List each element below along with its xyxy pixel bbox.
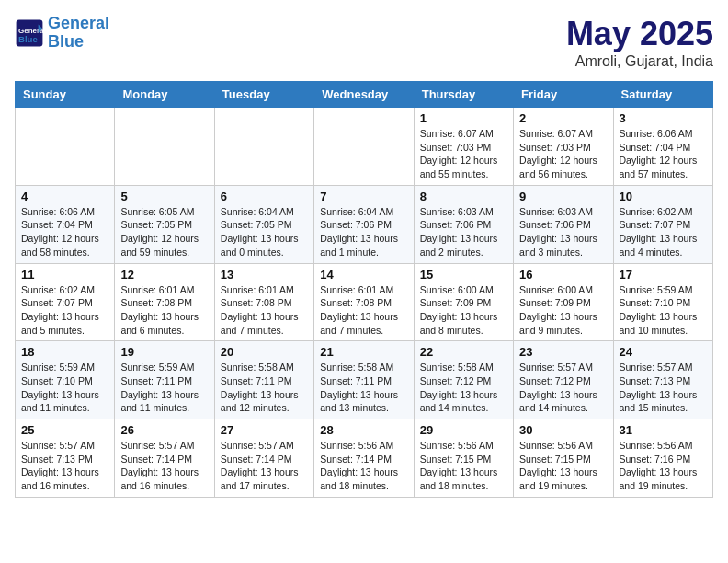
day-info: Sunrise: 5:58 AM Sunset: 7:12 PM Dayligh… (420, 361, 507, 415)
column-header-saturday: Saturday (613, 82, 712, 108)
day-number: 8 (420, 190, 507, 203)
calendar-cell: 14Sunrise: 6:01 AM Sunset: 7:08 PM Dayli… (314, 263, 414, 341)
calendar-cell (314, 108, 414, 186)
day-number: 13 (221, 268, 308, 282)
day-info: Sunrise: 6:01 AM Sunset: 7:08 PM Dayligh… (221, 283, 308, 338)
calendar-cell: 26Sunrise: 5:57 AM Sunset: 7:14 PM Dayli… (115, 419, 214, 498)
day-info: Sunrise: 5:56 AM Sunset: 7:16 PM Dayligh… (620, 439, 707, 493)
logo-icon: General Blue (15, 18, 44, 48)
calendar-cell: 5Sunrise: 6:05 AM Sunset: 7:05 PM Daylig… (115, 185, 214, 263)
day-number: 22 (420, 345, 507, 359)
calendar-cell: 12Sunrise: 6:01 AM Sunset: 7:08 PM Dayli… (115, 263, 214, 341)
calendar-cell: 21Sunrise: 5:58 AM Sunset: 7:11 PM Dayli… (314, 341, 414, 419)
week-row-4: 18Sunrise: 5:59 AM Sunset: 7:10 PM Dayli… (16, 341, 713, 419)
day-info: Sunrise: 5:56 AM Sunset: 7:14 PM Dayligh… (320, 439, 407, 493)
calendar-cell: 11Sunrise: 6:02 AM Sunset: 7:07 PM Dayli… (16, 263, 115, 341)
logo-text: General Blue (48, 15, 109, 52)
calendar-cell: 16Sunrise: 6:00 AM Sunset: 7:09 PM Dayli… (514, 263, 613, 341)
column-header-monday: Monday (115, 82, 214, 108)
column-header-tuesday: Tuesday (214, 82, 313, 108)
day-info: Sunrise: 6:04 AM Sunset: 7:06 PM Dayligh… (320, 205, 407, 259)
calendar-cell: 13Sunrise: 6:01 AM Sunset: 7:08 PM Dayli… (214, 263, 313, 341)
logo-line1: General (48, 14, 109, 32)
svg-text:Blue: Blue (18, 33, 38, 43)
day-number: 14 (320, 268, 407, 282)
day-number: 3 (620, 111, 707, 125)
location-title: Amroli, Gujarat, India (566, 53, 713, 70)
column-header-sunday: Sunday (16, 82, 115, 108)
calendar-cell: 17Sunrise: 5:59 AM Sunset: 7:10 PM Dayli… (613, 263, 712, 341)
day-number: 18 (21, 345, 108, 359)
logo-line2: Blue (48, 32, 84, 51)
day-info: Sunrise: 5:56 AM Sunset: 7:15 PM Dayligh… (519, 439, 607, 493)
calendar-cell: 6Sunrise: 6:04 AM Sunset: 7:05 PM Daylig… (214, 185, 313, 263)
day-number: 2 (519, 111, 607, 125)
column-header-wednesday: Wednesday (314, 82, 414, 108)
day-number: 30 (519, 423, 607, 437)
calendar-cell: 22Sunrise: 5:58 AM Sunset: 7:12 PM Dayli… (414, 341, 513, 419)
day-info: Sunrise: 6:02 AM Sunset: 7:07 PM Dayligh… (21, 283, 108, 338)
day-info: Sunrise: 6:07 AM Sunset: 7:03 PM Dayligh… (519, 127, 607, 181)
day-number: 1 (420, 111, 507, 125)
day-number: 17 (620, 268, 707, 282)
calendar-header-row: SundayMondayTuesdayWednesdayThursdayFrid… (16, 82, 713, 108)
week-row-2: 4Sunrise: 6:06 AM Sunset: 7:04 PM Daylig… (16, 185, 713, 263)
day-number: 20 (221, 345, 308, 359)
day-info: Sunrise: 5:58 AM Sunset: 7:11 PM Dayligh… (320, 361, 407, 415)
day-info: Sunrise: 5:56 AM Sunset: 7:15 PM Dayligh… (420, 439, 507, 493)
week-row-3: 11Sunrise: 6:02 AM Sunset: 7:07 PM Dayli… (16, 263, 713, 341)
calendar-body: 1Sunrise: 6:07 AM Sunset: 7:03 PM Daylig… (16, 108, 713, 498)
day-info: Sunrise: 6:01 AM Sunset: 7:08 PM Dayligh… (320, 283, 407, 338)
day-number: 28 (320, 423, 407, 437)
calendar-cell: 28Sunrise: 5:56 AM Sunset: 7:14 PM Dayli… (314, 419, 414, 498)
day-info: Sunrise: 5:57 AM Sunset: 7:12 PM Dayligh… (519, 361, 607, 415)
day-number: 24 (620, 345, 707, 359)
calendar-cell: 18Sunrise: 5:59 AM Sunset: 7:10 PM Dayli… (16, 341, 115, 419)
week-row-1: 1Sunrise: 6:07 AM Sunset: 7:03 PM Daylig… (16, 108, 713, 186)
calendar-table: SundayMondayTuesdayWednesdayThursdayFrid… (15, 81, 713, 498)
day-number: 19 (120, 345, 208, 359)
day-info: Sunrise: 5:59 AM Sunset: 7:10 PM Dayligh… (620, 283, 707, 338)
calendar-cell: 25Sunrise: 5:57 AM Sunset: 7:13 PM Dayli… (16, 419, 115, 498)
day-number: 15 (420, 268, 507, 282)
day-info: Sunrise: 5:58 AM Sunset: 7:11 PM Dayligh… (221, 361, 308, 415)
day-number: 10 (620, 190, 707, 203)
day-info: Sunrise: 6:03 AM Sunset: 7:06 PM Dayligh… (420, 205, 507, 259)
day-number: 25 (21, 423, 108, 437)
day-number: 7 (320, 190, 407, 203)
logo: General Blue General Blue (15, 15, 109, 52)
calendar-cell: 10Sunrise: 6:02 AM Sunset: 7:07 PM Dayli… (613, 185, 712, 263)
calendar-cell: 1Sunrise: 6:07 AM Sunset: 7:03 PM Daylig… (414, 108, 513, 186)
day-number: 31 (620, 423, 707, 437)
day-number: 9 (519, 190, 607, 203)
day-info: Sunrise: 5:57 AM Sunset: 7:13 PM Dayligh… (620, 361, 707, 415)
day-info: Sunrise: 5:57 AM Sunset: 7:14 PM Dayligh… (221, 439, 308, 493)
calendar-cell: 3Sunrise: 6:06 AM Sunset: 7:04 PM Daylig… (613, 108, 712, 186)
calendar-cell: 31Sunrise: 5:56 AM Sunset: 7:16 PM Dayli… (613, 419, 712, 498)
page-header: General Blue General Blue May 2025 Amrol… (15, 15, 713, 70)
calendar-cell (115, 108, 214, 186)
day-number: 16 (519, 268, 607, 282)
month-title: May 2025 (566, 15, 713, 53)
day-info: Sunrise: 5:57 AM Sunset: 7:13 PM Dayligh… (21, 439, 108, 493)
column-header-thursday: Thursday (414, 82, 513, 108)
title-area: May 2025 Amroli, Gujarat, India (566, 15, 713, 70)
week-row-5: 25Sunrise: 5:57 AM Sunset: 7:13 PM Dayli… (16, 419, 713, 498)
calendar-cell: 9Sunrise: 6:03 AM Sunset: 7:06 PM Daylig… (514, 185, 613, 263)
calendar-cell: 30Sunrise: 5:56 AM Sunset: 7:15 PM Dayli… (514, 419, 613, 498)
day-number: 12 (120, 268, 208, 282)
day-info: Sunrise: 5:57 AM Sunset: 7:14 PM Dayligh… (120, 439, 208, 493)
calendar-cell: 24Sunrise: 5:57 AM Sunset: 7:13 PM Dayli… (613, 341, 712, 419)
day-info: Sunrise: 6:04 AM Sunset: 7:05 PM Dayligh… (221, 205, 308, 259)
day-number: 23 (519, 345, 607, 359)
day-info: Sunrise: 5:59 AM Sunset: 7:10 PM Dayligh… (21, 361, 108, 415)
day-info: Sunrise: 6:06 AM Sunset: 7:04 PM Dayligh… (21, 205, 108, 259)
calendar-cell: 15Sunrise: 6:00 AM Sunset: 7:09 PM Dayli… (414, 263, 513, 341)
day-info: Sunrise: 6:03 AM Sunset: 7:06 PM Dayligh… (519, 205, 607, 259)
calendar-cell: 27Sunrise: 5:57 AM Sunset: 7:14 PM Dayli… (214, 419, 313, 498)
day-info: Sunrise: 5:59 AM Sunset: 7:11 PM Dayligh… (120, 361, 208, 415)
day-info: Sunrise: 6:00 AM Sunset: 7:09 PM Dayligh… (519, 283, 607, 338)
day-number: 11 (21, 268, 108, 282)
calendar-cell (16, 108, 115, 186)
calendar-cell: 29Sunrise: 5:56 AM Sunset: 7:15 PM Dayli… (414, 419, 513, 498)
